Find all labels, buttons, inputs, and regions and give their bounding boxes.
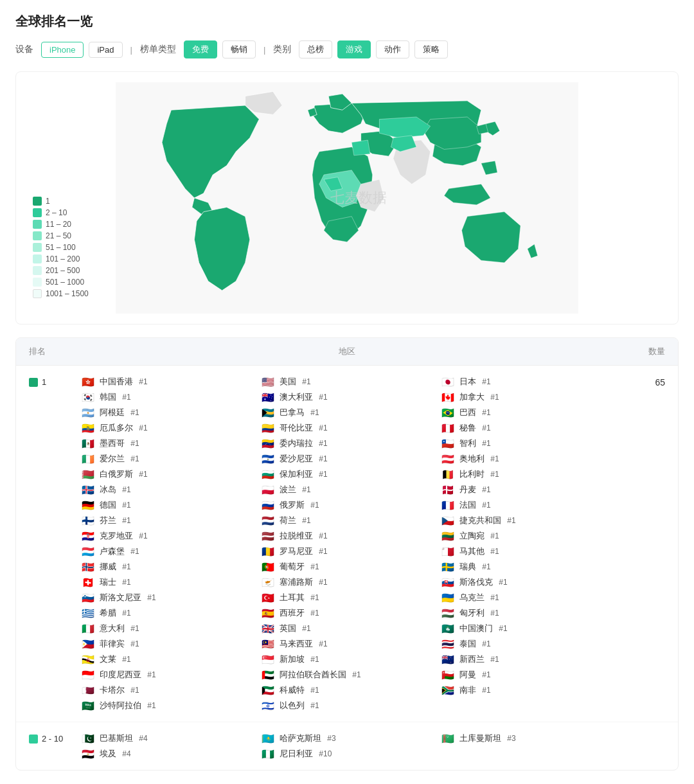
- list-item: 🇲🇹马其他 #1: [440, 546, 614, 557]
- country-name: 拉脱维亚: [280, 530, 313, 542]
- flag-icon: 🇱🇺: [80, 546, 96, 557]
- flag-icon: 🇬🇧: [260, 623, 276, 634]
- legend-item-8: 501 – 1000: [33, 278, 89, 287]
- country-rank: #1: [317, 547, 328, 556]
- legend-item-7: 201 – 500: [33, 266, 89, 275]
- flag-icon: 🇦🇺: [260, 392, 276, 402]
- list-item: 🇮🇹意大利 #1: [80, 623, 254, 634]
- list-item: 🇲🇴中国澳门 #1: [440, 623, 614, 634]
- filter-paid[interactable]: 畅销: [222, 40, 256, 58]
- country-rank: #1: [317, 393, 328, 402]
- flag-icon: 🇮🇪: [80, 454, 96, 464]
- list-item: 🇰🇷韩国 #1: [80, 391, 254, 403]
- filter-action[interactable]: 动作: [376, 40, 409, 58]
- country-rank: #3: [325, 734, 336, 743]
- flag-icon: 🇹🇷: [260, 592, 276, 603]
- country-name: 卡塔尔: [100, 684, 125, 696]
- list-item: 🇮🇱以色列 #1: [260, 700, 434, 711]
- list-item: 🇨🇾塞浦路斯 #1: [260, 576, 434, 588]
- flag-icon: 🇫🇮: [80, 515, 96, 526]
- list-item: 🇦🇺澳大利亚 #1: [260, 391, 434, 403]
- flag-icon: 🇵🇪: [440, 423, 456, 433]
- country-name: 中国澳门: [459, 623, 493, 634]
- country-name: 英国: [280, 623, 296, 634]
- flag-icon: 🇦🇹: [440, 454, 456, 464]
- filter-free[interactable]: 免费: [184, 40, 217, 58]
- country-name: 荷兰: [280, 515, 296, 526]
- country-name: 爱尔兰: [100, 453, 125, 465]
- list-item: 🇧🇸巴拿马 #1: [260, 407, 434, 418]
- map-container: 1 2 – 10 11 – 20 21 – 50 51 – 100: [26, 82, 668, 314]
- flag-icon: 🇮🇩: [80, 670, 96, 680]
- flag-icon: 🇶🇦: [80, 685, 96, 695]
- country-rank: #1: [308, 501, 319, 510]
- country-name: 沙特阿拉伯: [100, 700, 141, 711]
- list-item: 🇱🇹立陶宛 #1: [440, 530, 614, 542]
- list-item: 🇭🇺匈牙利 #1: [440, 607, 614, 619]
- list-item: 🇭🇰中国香港 #1: [80, 376, 254, 388]
- list-item: 🇨🇿捷克共和国 #1: [440, 515, 614, 526]
- country-rank: #1: [317, 423, 328, 432]
- country-rank: #1: [317, 531, 328, 540]
- country-name: 比利时: [459, 468, 485, 480]
- list-item: 🇳🇬尼日利亚 #10: [260, 748, 434, 760]
- list-item: 🇹🇭泰国 #1: [440, 638, 614, 650]
- map-legend: 1 2 – 10 11 – 20 21 – 50 51 – 100: [33, 197, 89, 301]
- flag-icon: 🇸🇻: [260, 454, 276, 464]
- country-name: 冰岛: [100, 484, 116, 495]
- country-name: 加拿大: [459, 391, 485, 403]
- country-name: 阿根廷: [100, 407, 125, 418]
- country-name: 美国: [280, 376, 296, 388]
- separator2: |: [263, 45, 265, 55]
- flag-icon: 🇫🇷: [440, 500, 456, 510]
- country-rank: #1: [317, 578, 328, 587]
- flag-icon: 🇮🇱: [260, 700, 276, 711]
- country-name: 以色列: [280, 700, 305, 711]
- list-item: 🇧🇬保加利亚 #1: [260, 468, 434, 480]
- country-rank: #1: [300, 516, 311, 525]
- country-rank: #1: [308, 655, 319, 664]
- filter-games[interactable]: 游戏: [337, 40, 371, 58]
- country-rank: #1: [308, 593, 319, 602]
- country-name: 南非: [459, 684, 476, 696]
- country-rank: #1: [480, 439, 491, 448]
- filter-ipad[interactable]: iPad: [89, 42, 122, 58]
- country-rank: #4: [137, 734, 148, 743]
- country-rank: #1: [317, 439, 328, 448]
- country-rank: #1: [480, 408, 491, 417]
- country-rank: #1: [308, 609, 319, 618]
- country-name: 巴西: [459, 407, 476, 418]
- list-item: 🇰🇿哈萨克斯坦 #3: [260, 733, 434, 744]
- flag-icon: 🇩🇰: [440, 485, 456, 495]
- country-rank: #1: [308, 408, 319, 417]
- country-rank: #1: [308, 686, 319, 695]
- country-name: 挪威: [100, 561, 116, 573]
- list-item: 🇺🇦乌克兰 #1: [440, 592, 614, 603]
- list-item: 🇷🇺俄罗斯 #1: [260, 499, 434, 511]
- country-name: 新西兰: [459, 654, 485, 665]
- country-name: 德国: [100, 499, 116, 511]
- flag-icon: 🇳🇿: [440, 654, 456, 664]
- filter-all[interactable]: 总榜: [299, 40, 332, 58]
- list-item: 🇸🇰斯洛伐克 #1: [440, 576, 614, 588]
- flag-icon: 🇧🇸: [260, 407, 276, 418]
- device-label: 设备: [15, 44, 33, 55]
- country-name: 斯洛伐克: [459, 576, 493, 588]
- country-name: 斯洛文尼亚: [100, 592, 141, 603]
- filter-strategy[interactable]: 策略: [414, 40, 448, 58]
- list-item: 🇦🇹奥地利 #1: [440, 453, 614, 465]
- list-item: 🇦🇷阿根廷 #1: [80, 407, 254, 418]
- country-name: 泰国: [459, 638, 476, 650]
- list-item: 🇪🇬埃及 #4: [80, 748, 254, 760]
- list-item: 🇲🇾马来西亚 #1: [260, 638, 434, 650]
- list-type-label: 榜单类型: [140, 44, 176, 55]
- list-item: 🇻🇪委内瑞拉 #1: [260, 438, 434, 449]
- country-name: 瑞士: [100, 576, 116, 588]
- list-item: 🇳🇿新西兰 #1: [440, 654, 614, 665]
- country-rank: #1: [317, 470, 328, 479]
- list-item: 🇶🇦卡塔尔 #1: [80, 684, 254, 696]
- filter-iphone[interactable]: iPhone: [41, 42, 84, 58]
- list-item: 🇦🇪阿拉伯联合酋长国 #1: [260, 669, 434, 681]
- country-rank: #1: [145, 701, 156, 710]
- flag-icon: 🇰🇷: [80, 392, 96, 402]
